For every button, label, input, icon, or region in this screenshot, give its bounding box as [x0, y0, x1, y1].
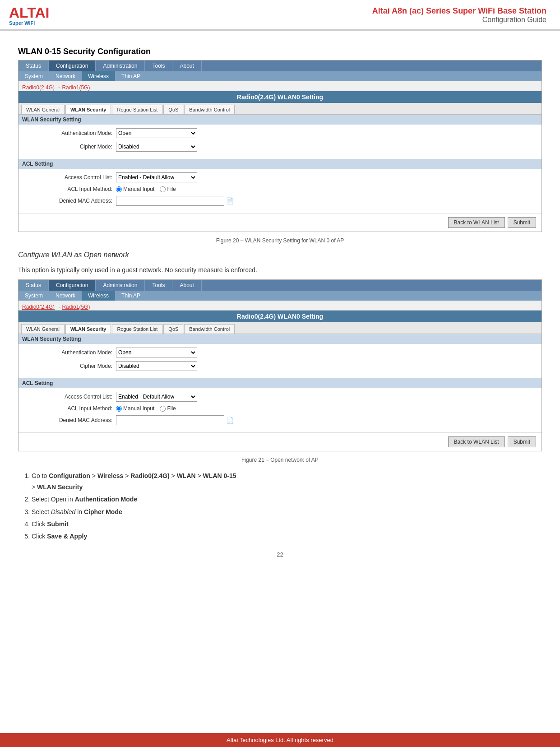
step-3: Select Disabled in Cipher Mode — [32, 506, 542, 518]
acl-input-radio-group: Manual Input File — [116, 186, 176, 192]
subnav-system[interactable]: System — [19, 71, 49, 81]
acl-section-label: ACL Setting — [19, 159, 541, 169]
step-4: Click Submit — [32, 519, 542, 530]
submit-button[interactable]: Submit — [508, 217, 536, 228]
nav-about[interactable]: About — [172, 60, 201, 71]
figure2-form: Authentication Mode: Open Cipher Mode: D… — [19, 344, 541, 378]
f2-access-control-row: Access Control List: Enabled - Default A… — [26, 392, 534, 402]
figure1-acl-form: Access Control List: Enabled - Default A… — [19, 169, 541, 213]
page-number: 22 — [18, 551, 542, 558]
f2-tab-qos[interactable]: QoS — [163, 324, 183, 334]
f2-nav-tools[interactable]: Tools — [145, 280, 172, 291]
logo-area: ALTAI Super WiFi — [9, 5, 49, 26]
f2-denied-mac-row: Denied MAC Address: 📄 — [26, 415, 534, 425]
f2-denied-mac-label: Denied MAC Address: — [26, 417, 116, 423]
nav-administration[interactable]: Administration — [96, 60, 145, 71]
f2-tab-wlan-general[interactable]: WLAN General — [21, 324, 65, 334]
steps-list: Go to Configuration > Wireless > Radio0(… — [32, 470, 542, 542]
acl-input-row: ACL Input Method: Manual Input File — [26, 186, 534, 192]
f2-nav-status[interactable]: Status — [19, 280, 49, 291]
f2-acl-file-label[interactable]: File — [160, 405, 176, 412]
access-control-row: Access Control List: Enabled - Default A… — [26, 172, 534, 182]
f2-submit-button[interactable]: Submit — [508, 436, 536, 447]
f2-wlan-security-section-label: WLAN Security Setting — [19, 334, 541, 344]
f2-auth-mode-row: Authentication Mode: Open — [26, 348, 534, 357]
access-control-label: Access Control List: — [26, 174, 116, 181]
f2-subnav-network[interactable]: Network — [49, 291, 82, 301]
f2-mac-input-icon: 📄 — [226, 417, 234, 424]
f2-tab-bandwidth-control[interactable]: Bandwidth Control — [184, 324, 235, 334]
radio-tab-sep: - — [58, 84, 60, 91]
radio-tab-5g[interactable]: Radio1(5G) — [62, 84, 90, 91]
f2-cipher-mode-label: Cipher Mode: — [26, 363, 116, 369]
figure1-caption: Figure 20 – WLAN Security Setting for WL… — [18, 237, 542, 244]
logo-superwifi: Super WiFi — [9, 20, 35, 26]
product-title: Altai A8n (ac) Series Super WiFi Base St… — [372, 6, 546, 16]
back-to-wlan-list-button[interactable]: Back to WLAN List — [448, 217, 505, 228]
step-5: Click Save & Apply — [32, 531, 542, 542]
acl-manual-radio[interactable] — [116, 186, 122, 192]
f2-acl-file-radio[interactable] — [160, 406, 166, 412]
figure2-acl-form: Access Control List: Enabled - Default A… — [19, 388, 541, 432]
f2-denied-mac-input[interactable] — [116, 415, 224, 425]
cipher-mode-select[interactable]: Disabled — [116, 142, 197, 152]
acl-manual-input-label[interactable]: Manual Input — [116, 186, 154, 192]
page-header: ALTAI Super WiFi Altai A8n (ac) Series S… — [0, 0, 560, 30]
subnav-network[interactable]: Network — [49, 71, 82, 81]
f2-subnav-system[interactable]: System — [19, 291, 49, 301]
tab-qos[interactable]: QoS — [163, 105, 183, 114]
f2-access-control-select[interactable]: Enabled - Default Allow — [116, 392, 197, 402]
denied-mac-input[interactable] — [116, 196, 224, 206]
guide-title: Configuration Guide — [372, 16, 546, 24]
f2-acl-section-label: ACL Setting — [19, 378, 541, 388]
auth-mode-row: Authentication Mode: Open — [26, 128, 534, 138]
header-title: Altai A8n (ac) Series Super WiFi Base St… — [372, 6, 546, 24]
step-2: Select Open in Authentication Mode — [32, 494, 542, 505]
figure2-panel-title: Radio0(2.4G) WLAN0 Setting — [19, 311, 541, 322]
body-text: This option is typically only used in a … — [18, 265, 542, 275]
figure2-radio-tabs: Radio0(2.4G) - Radio1(5G) — [19, 301, 541, 311]
tab-bandwidth-control[interactable]: Bandwidth Control — [184, 105, 235, 114]
tab-wlan-security[interactable]: WLAN Security — [65, 105, 111, 114]
access-control-select[interactable]: Enabled - Default Allow — [116, 172, 197, 182]
nav-tools[interactable]: Tools — [145, 60, 172, 71]
subnav-wireless[interactable]: Wireless — [82, 71, 115, 81]
figure1-nav-top: Status Configuration Administration Tool… — [19, 60, 541, 71]
tab-rogue-station[interactable]: Rogue Station List — [112, 105, 162, 114]
f2-nav-about[interactable]: About — [172, 280, 201, 291]
cipher-mode-label: Cipher Mode: — [26, 144, 116, 150]
f2-cipher-mode-select[interactable]: Disabled — [116, 361, 197, 371]
acl-file-label[interactable]: File — [160, 186, 176, 192]
tab-wlan-general[interactable]: WLAN General — [21, 105, 65, 114]
f2-nav-administration[interactable]: Administration — [96, 280, 145, 291]
f2-tab-wlan-security[interactable]: WLAN Security — [65, 324, 111, 334]
denied-mac-row: Denied MAC Address: 📄 — [26, 196, 534, 206]
cipher-mode-row: Cipher Mode: Disabled — [26, 142, 534, 152]
f2-nav-configuration[interactable]: Configuration — [49, 280, 96, 291]
footer-text: Altai Technologies Ltd. All rights reser… — [227, 737, 333, 743]
auth-mode-label: Authentication Mode: — [26, 130, 116, 136]
figure2-caption: Figure 21 – Open network of AP — [18, 457, 542, 463]
f2-back-to-wlan-list-button[interactable]: Back to WLAN List — [448, 436, 505, 447]
f2-subnav-thinap[interactable]: Thin AP — [115, 291, 147, 301]
f2-tab-rogue-station[interactable]: Rogue Station List — [112, 324, 162, 334]
subnav-thinap[interactable]: Thin AP — [115, 71, 147, 81]
f2-auth-mode-select[interactable]: Open — [116, 348, 197, 357]
f2-auth-mode-label: Authentication Mode: — [26, 349, 116, 356]
figure2-nav-top: Status Configuration Administration Tool… — [19, 280, 541, 291]
f2-acl-manual-radio[interactable] — [116, 406, 122, 412]
acl-file-radio[interactable] — [160, 186, 166, 192]
f2-radio-tab-24g[interactable]: Radio0(2.4G) — [22, 304, 55, 310]
nav-configuration[interactable]: Configuration — [49, 60, 96, 71]
radio-tab-24g[interactable]: Radio0(2.4G) — [22, 84, 55, 91]
f2-radio-tab-5g[interactable]: Radio1(5G) — [62, 304, 90, 310]
logo-altai: ALTAI — [9, 5, 49, 21]
nav-status[interactable]: Status — [19, 60, 49, 71]
f2-subnav-wireless[interactable]: Wireless — [82, 291, 115, 301]
figure1-panel: Status Configuration Administration Tool… — [18, 60, 542, 232]
figure1-nav-sub: System Network Wireless Thin AP — [19, 71, 541, 81]
f2-acl-input-row: ACL Input Method: Manual Input File — [26, 405, 534, 412]
acl-input-label: ACL Input Method: — [26, 186, 116, 192]
auth-mode-select[interactable]: Open — [116, 128, 197, 138]
f2-acl-manual-input-label[interactable]: Manual Input — [116, 405, 154, 412]
